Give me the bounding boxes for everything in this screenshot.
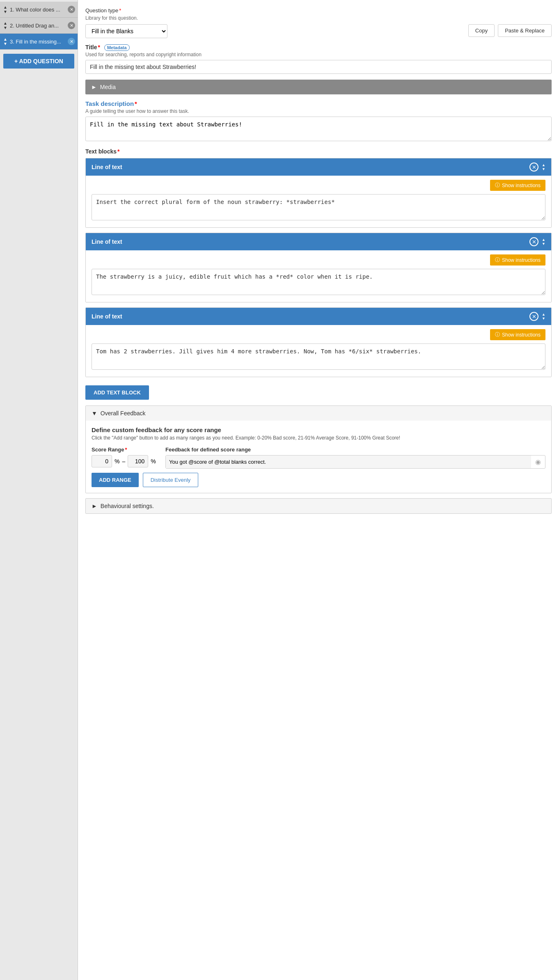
info-icon-2: ⓘ [495,256,500,263]
media-section[interactable]: ► Media [85,80,552,94]
add-range-button[interactable]: ADD RANGE [92,473,139,487]
info-icon-3: ⓘ [495,331,500,338]
text-block-2-reorder[interactable]: ▲ ▼ [542,238,545,246]
remove-range-button[interactable]: ◉ [531,456,545,468]
sidebar-item-3[interactable]: ▲▼ 3. Fill in the missing... ✕ [0,34,78,50]
paste-button[interactable]: Paste & Replace [498,24,552,37]
behavioural-settings-label: Behavioural settings. [101,503,154,509]
text-block-2-input[interactable]: The strawberry is a juicy, edible fruit … [92,269,545,295]
action-buttons: Copy Paste & Replace [468,24,552,37]
add-question-button[interactable]: + ADD QUESTION [3,54,74,69]
task-description-input[interactable]: Fill in the missing text about Strawberr… [85,117,552,141]
feedback-input-wrap: ◉ [165,455,545,469]
required-star: * [119,7,121,14]
question-type-select[interactable]: Fill in the Blanks Multiple Choice True/… [85,24,167,38]
text-block-2-body: ⓘ Show instructions The strawberry is a … [86,250,551,302]
sidebar-item-2[interactable]: ▲▼ 2. Untitled Drag an... ✕ [0,18,78,34]
title-input[interactable] [85,60,552,74]
task-description-label: Task description* [85,100,552,107]
distribute-evenly-button[interactable]: Distribute Evenly [143,473,199,487]
question-type-select-wrap: Fill in the Blanks Multiple Choice True/… [85,24,167,38]
sidebar-arrow-3: ▲▼ [3,37,7,46]
metadata-badge[interactable]: Metadata [104,44,130,51]
score-min-input[interactable] [92,455,112,467]
behavioural-settings-header[interactable]: ► Behavioural settings. [85,498,552,514]
score-max-input[interactable] [128,455,148,467]
text-blocks-label: Text blocks* [85,148,552,155]
question-type-section: Question type* Library for this question… [85,7,552,38]
add-text-block-button[interactable]: ADD TEXT BLOCK [85,385,149,400]
down-arrow-icon: ▼ [542,167,545,171]
feedback-title: Define custom feedback for any score ran… [92,426,545,433]
text-block-1-input[interactable]: Insert the correct plural form of the no… [92,194,545,220]
show-instructions-3-button[interactable]: ⓘ Show instructions [490,329,545,340]
task-description-hint: A guide telling the user how to answer t… [85,108,552,114]
sidebar-arrow-2: ▲▼ [3,21,7,30]
text-block-1-close[interactable]: ✕ [529,163,538,172]
text-block-1: Line of text ✕ ▲ ▼ ⓘ Show instructions I [85,158,552,228]
text-block-2: Line of text ✕ ▲ ▼ ⓘ Show instructions T [85,233,552,302]
sidebar-close-3[interactable]: ✕ [68,38,75,45]
percent-min: % [115,458,119,465]
overall-feedback-section: ▼ Overall Feedback Define custom feedbac… [85,405,552,493]
title-hint: Used for searching, reports and copyrigh… [85,52,552,57]
text-block-3-header: Line of text ✕ ▲ ▼ [86,308,551,325]
sidebar-item-1[interactable]: ▲▼ 1. What color does ... ✕ [0,2,78,18]
library-hint: Library for this question. [85,15,552,21]
up-arrow-icon-2: ▲ [542,238,545,242]
dash-separator: – [122,458,125,465]
text-block-3-close[interactable]: ✕ [529,312,538,321]
sidebar-item-2-label: 2. Untitled Drag an... [10,23,68,29]
text-block-3-input[interactable]: Tom has 2 strawberries. Jill gives him 4… [92,343,545,370]
show-instructions-1-button[interactable]: ⓘ Show instructions [490,180,545,191]
copy-button[interactable]: Copy [468,24,495,37]
down-arrow-icon-3: ▼ [542,317,545,321]
info-icon-1: ⓘ [495,182,500,189]
media-label: Media [100,84,116,90]
up-arrow-icon-3: ▲ [542,313,545,316]
text-block-1-body: ⓘ Show instructions Insert the correct p… [86,176,551,227]
overall-feedback-label: Overall Feedback [101,410,146,417]
sidebar: ▲▼ 1. What color does ... ✕ ▲▼ 2. Untitl… [0,0,78,980]
text-block-2-header: Line of text ✕ ▲ ▼ [86,233,551,250]
text-block-2-title: Line of text [92,238,122,245]
feedback-hint: Click the "Add range" button to add as m… [92,435,545,441]
text-block-2-close[interactable]: ✕ [529,237,538,246]
up-arrow-icon: ▲ [542,163,545,167]
text-block-3: Line of text ✕ ▲ ▼ ⓘ Show instructions T [85,307,552,377]
text-blocks-section: Text blocks* Line of text ✕ ▲ ▼ ⓘ Sho [85,148,552,405]
sidebar-item-1-label: 1. What color does ... [10,7,68,13]
title-section: Title* Metadata Used for searching, repo… [85,44,552,74]
type-controls: Fill in the Blanks Multiple Choice True/… [85,24,552,38]
down-arrow-icon-2: ▼ [542,242,545,246]
range-action-buttons: ADD RANGE Distribute Evenly [92,473,545,487]
percent-max: % [151,458,156,465]
question-type-label: Question type* [85,7,552,14]
text-block-3-reorder[interactable]: ▲ ▼ [542,313,545,321]
main-content: Question type* Library for this question… [78,0,559,980]
sidebar-arrow-1: ▲▼ [3,5,7,14]
text-block-1-reorder[interactable]: ▲ ▼ [542,163,545,171]
feedback-cols: Score Range* % – % Feedback for defined … [92,446,545,469]
chevron-right-icon: ► [91,84,97,90]
chevron-right-icon-behav: ► [92,503,97,509]
text-block-1-title: Line of text [92,164,122,170]
chevron-down-icon: ▼ [92,410,97,417]
show-instructions-2-button[interactable]: ⓘ Show instructions [490,254,545,266]
text-block-1-header: Line of text ✕ ▲ ▼ [86,158,551,176]
title-label: Title* Metadata [85,44,552,50]
sidebar-close-1[interactable]: ✕ [68,6,75,13]
task-description-section: Task description* A guide telling the us… [85,100,552,142]
feedback-for-score-label: Feedback for defined score range [165,446,545,453]
sidebar-item-3-label: 3. Fill in the missing... [10,39,68,45]
feedback-text-input[interactable] [166,456,531,468]
sidebar-close-2[interactable]: ✕ [68,22,75,29]
score-inputs: % – % [92,455,157,467]
overall-feedback-body: Define custom feedback for any score ran… [86,421,551,493]
score-range-col: Score Range* % – % [92,446,157,467]
overall-feedback-header[interactable]: ▼ Overall Feedback [86,406,551,421]
text-block-3-title: Line of text [92,313,122,320]
text-block-3-body: ⓘ Show instructions Tom has 2 strawberri… [86,325,551,377]
feedback-range-col: Feedback for defined score range ◉ [165,446,545,469]
score-range-label: Score Range* [92,446,157,453]
